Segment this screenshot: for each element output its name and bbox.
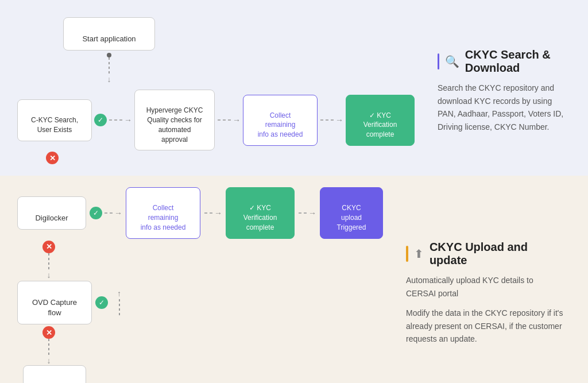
start-application-box: Start application (63, 17, 155, 51)
bottom-section: Digilocker ✓ → Collect remaining info as… (0, 176, 588, 383)
dashed-v-3 (48, 339, 49, 356)
arrow-right-4: → (114, 208, 122, 218)
bottom-info-area: ⬆ CKYC Upload and update Automatically u… (394, 187, 577, 383)
title-bar (438, 53, 439, 69)
bottom-info-title: ⬆ CKYC Upload and update (406, 241, 565, 267)
top-info-area: 🔍 CKYC Search & Download Search the CKYC… (426, 17, 577, 164)
bottom-flow-area: Digilocker ✓ → Collect remaining info as… (17, 187, 383, 383)
arrow-right-2: → (233, 115, 241, 125)
bottom-main-flow: Digilocker ✓ → Collect remaining info as… (17, 187, 383, 238)
top-flow-area: Start application ↓ C-KYC Search, User E… (17, 17, 415, 164)
upward-dashed-line (119, 299, 120, 316)
kyc-complete-bottom-box: ✓ KYC Verification complete (226, 187, 295, 238)
check-icon-2: ✓ (90, 207, 102, 219)
kyc-complete-top-box: ✓ KYC Verification complete (346, 95, 415, 146)
check-icon-1: ✓ (94, 114, 107, 126)
check-icon-3: ✓ (95, 296, 108, 309)
dashed-v-line (109, 57, 110, 75)
x-icon-3: ✕ (42, 326, 55, 339)
top-title-text: CKYC Search & Download (465, 48, 565, 75)
dot (107, 53, 111, 57)
top-info-title: 🔍 CKYC Search & Download (438, 48, 565, 75)
top-section: Start application ↓ C-KYC Search, User E… (0, 0, 588, 176)
x-icon-1: ✕ (46, 152, 59, 164)
bottom-title-text: CKYC Upload and update (430, 241, 565, 267)
upload-title-bar (406, 246, 408, 262)
dashed-v-2 (48, 253, 49, 270)
bottom-info-desc1: Automatically upload KYC details to CERS… (406, 274, 565, 300)
ovd-capture-box: OVD Capture flow (17, 281, 92, 325)
top-main-row: C-KYC Search, User Exists ✓ → Hyperverge… (17, 90, 415, 150)
arrow-down-2: ↓ (47, 270, 51, 280)
arrow-right-5: → (214, 208, 222, 218)
start-connector: ↓ (107, 53, 111, 84)
arrow-right-3: → (335, 115, 343, 125)
bottom-flow-wrapper: Digilocker ✓ → Collect remaining info as… (17, 187, 383, 383)
hyperverge-box: Hyperverge CKYC Quality checks for autom… (134, 90, 215, 150)
rejected-box: Rejected (23, 365, 86, 383)
bottom-info-desc2: Modify the data in the CKYC repository i… (406, 307, 565, 345)
upload-icon: ⬆ (414, 247, 424, 261)
digilocker-box: Digilocker (17, 196, 86, 230)
top-info-desc: Search the CKYC repository and download … (438, 82, 565, 133)
collect-remaining-top-box: Collect remaining info as needed (243, 95, 318, 146)
collect-remaining-bottom-box: Collect remaining info as needed (126, 187, 200, 238)
ckyc-search-box: C-KYC Search, User Exists (17, 99, 92, 141)
arrow-down-3: ↓ (47, 356, 51, 365)
x-icon-2: ✕ (42, 241, 55, 253)
arrow-down: ↓ (107, 75, 111, 84)
arrow-right-1: → (124, 115, 132, 125)
ckyc-upload-box: CKYC upload Triggered (320, 187, 383, 238)
search-icon: 🔍 (445, 55, 459, 68)
arrow-up: ↑ (117, 289, 121, 298)
arrow-right-6: → (308, 208, 316, 218)
